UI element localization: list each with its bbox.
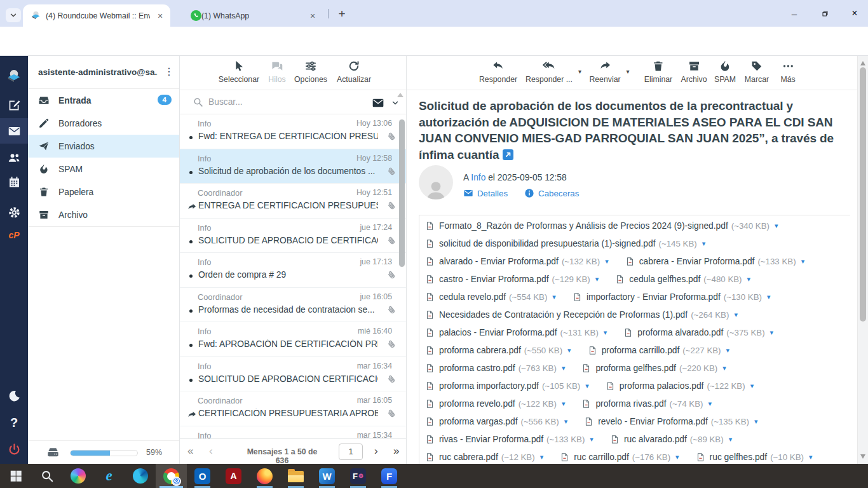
attachment-menu-caret-icon[interactable]: ▾: [729, 435, 733, 444]
spam-button[interactable]: SPAM: [714, 60, 736, 84]
taskbar-f-blue-button[interactable]: F: [374, 464, 405, 488]
next-page-button[interactable]: ›: [374, 445, 378, 457]
attachment-menu-caret-icon[interactable]: ▾: [722, 364, 726, 372]
list-scroll-up-icon[interactable]: [397, 93, 403, 97]
attachment-item[interactable]: proforma cabrera.pdf (~550 KB) ▾: [425, 344, 571, 356]
recipient-link[interactable]: Info: [471, 173, 485, 182]
attachment-menu-caret-icon[interactable]: ▾: [540, 453, 544, 461]
attachment-item[interactable]: revelo - Enviar Proforma.pdf (~135 KB) ▾: [584, 416, 757, 428]
taskbar-chrome-button[interactable]: [156, 464, 187, 488]
dropdown-caret-icon[interactable]: ▾: [578, 68, 581, 75]
attachment-item[interactable]: cabrera - Enviar Proforma.pdf (~133 KB) …: [625, 255, 805, 268]
attachment-item[interactable]: Formato_8_Razón de Proformas y Análisis …: [425, 220, 778, 232]
mail-icon[interactable]: [0, 118, 28, 144]
reader-scrollbar[interactable]: [857, 56, 868, 464]
attachment-item[interactable]: Necesidades de Contratación y Recepción …: [425, 309, 738, 321]
attachment-item[interactable]: imporfactory - Enviar Proforma.pdf (~130…: [573, 291, 771, 303]
taskbar-f-dark-button[interactable]: F⚙: [342, 464, 374, 488]
sidebar-item-entrada[interactable]: Entrada 4: [28, 89, 179, 112]
responder-button[interactable]: Responder ... ▾: [526, 60, 573, 84]
reenviar-button[interactable]: Reenviar ▾: [589, 60, 620, 84]
attachment-menu-caret-icon[interactable]: ▾: [801, 257, 805, 266]
attachment-menu-caret-icon[interactable]: ▾: [770, 329, 774, 337]
scroll-thumb[interactable]: [860, 67, 866, 322]
attachment-item[interactable]: proforma carrillo.pdf (~227 KB) ▾: [588, 344, 729, 356]
close-tab-icon[interactable]: ×: [155, 11, 165, 21]
attachment-item[interactable]: ruc carrillo.pdf (~176 KB) ▾: [560, 451, 679, 463]
sidebar-item-archivo[interactable]: Archivo: [28, 203, 179, 226]
dark-mode-icon[interactable]: [0, 383, 28, 409]
search-bar[interactable]: [180, 90, 406, 114]
new-tab-button[interactable]: +: [334, 6, 349, 22]
sidebar-item-spam[interactable]: SPAM: [28, 158, 179, 180]
attachment-menu-caret-icon[interactable]: ▾: [567, 346, 571, 355]
compose-icon[interactable]: [0, 92, 28, 118]
search-scope-icon[interactable]: [372, 97, 384, 109]
taskbar-start-button[interactable]: [0, 464, 31, 488]
attachment-item[interactable]: proforma imporfactory.pdf (~105 KB) ▾: [425, 380, 589, 392]
attachment-item[interactable]: ruc cabrera.pdf (~12 KB) ▾: [425, 451, 543, 463]
minimize-button[interactable]: –: [785, 5, 804, 22]
attachment-menu-caret-icon[interactable]: ▾: [767, 293, 771, 301]
contacts-icon[interactable]: [0, 145, 28, 170]
headers-link[interactable]: Cabeceras: [538, 189, 579, 198]
attachment-menu-caret-icon[interactable]: ▾: [809, 453, 813, 461]
sidebar-item-enviados[interactable]: Enviados: [28, 135, 179, 158]
taskbar-word-button[interactable]: W: [311, 464, 342, 488]
attachment-item[interactable]: ruc alvarado.pdf (~89 KB) ▾: [610, 433, 732, 445]
settings-gear-icon[interactable]: [0, 200, 28, 225]
restore-button[interactable]: [815, 5, 834, 22]
sidebar-item-papelera[interactable]: Papelera: [28, 180, 179, 203]
attachment-item[interactable]: proforma alvarado.pdf (~375 KB) ▾: [623, 327, 773, 339]
attachment-menu-caret-icon[interactable]: ▾: [726, 346, 730, 355]
close-window-button[interactable]: ×: [845, 5, 864, 22]
prev-page-button[interactable]: ‹: [209, 445, 213, 457]
last-page-button[interactable]: »: [393, 445, 399, 457]
logout-icon[interactable]: [0, 437, 28, 462]
archivo-button[interactable]: Archivo: [681, 60, 707, 84]
message-row[interactable]: Coordinador Hoy 12:51 ENTREGA DE CERTIFI…: [180, 184, 406, 219]
opciones-button[interactable]: Opciones: [294, 60, 327, 84]
taskbar-edge-button[interactable]: [125, 464, 156, 488]
attachment-menu-caret-icon[interactable]: ▾: [734, 311, 738, 319]
attachment-item[interactable]: rivas - Enviar Proforma.pdf (~133 KB) ▾: [425, 433, 593, 445]
open-in-new-window-icon[interactable]: [503, 149, 513, 160]
attachment-menu-caret-icon[interactable]: ▾: [747, 275, 751, 283]
taskbar-explorer-button[interactable]: [280, 464, 311, 488]
attachment-menu-caret-icon[interactable]: ▾: [595, 275, 599, 283]
attachment-item[interactable]: proforma rivas.pdf (~74 KB) ▾: [581, 398, 712, 410]
responder-button[interactable]: Responder: [479, 60, 517, 84]
help-icon[interactable]: ?: [0, 410, 28, 435]
marcar-button[interactable]: Marcar: [745, 60, 769, 84]
attachment-item[interactable]: cedula gelfhes.pdf (~480 KB) ▾: [615, 273, 750, 285]
calendar-icon[interactable]: [0, 169, 28, 194]
attachment-menu-caret-icon[interactable]: ▾: [754, 417, 758, 426]
message-row[interactable]: Info jue 17:24 SOLICITUD DE APROBACIO DE…: [180, 219, 406, 254]
attachment-item[interactable]: proforma vargas.pdf (~556 KB) ▾: [425, 416, 567, 428]
search-input[interactable]: [208, 97, 355, 107]
list-scrollbar[interactable]: [399, 119, 405, 267]
first-page-button[interactable]: «: [187, 445, 193, 457]
taskbar-firefox-button[interactable]: [249, 464, 280, 488]
taskbar-search-button[interactable]: [31, 464, 62, 488]
attachment-menu-caret-icon[interactable]: ▾: [604, 329, 607, 337]
attachment-item[interactable]: castro - Enviar Proforma.pdf (~129 KB) ▾: [425, 273, 599, 285]
tab-search-button[interactable]: [6, 8, 21, 22]
attachment-menu-caret-icon[interactable]: ▾: [585, 382, 589, 390]
attachment-menu-caret-icon[interactable]: ▾: [605, 257, 609, 266]
attachment-menu-caret-icon[interactable]: ▾: [552, 293, 556, 301]
taskbar-acrobat-button[interactable]: A: [218, 464, 249, 488]
attachment-item[interactable]: cedula revelo.pdf (~554 KB) ▾: [425, 291, 556, 303]
attachment-item[interactable]: palacios - Enviar Proforma.pdf (~131 KB)…: [425, 327, 607, 339]
attachment-menu-caret-icon[interactable]: ▾: [564, 417, 568, 426]
attachment-item[interactable]: proforma palacios.pdf (~122 KB) ▾: [606, 380, 754, 392]
scroll-up-icon[interactable]: [860, 61, 865, 65]
tab-roundcube[interactable]: (4) Roundcube Webmail :: Envia ×: [23, 4, 170, 27]
attachment-menu-caret-icon[interactable]: ▾: [590, 435, 593, 444]
message-row[interactable]: Coordinador jue 16:05 Proformas de neces…: [180, 288, 406, 323]
attachment-item[interactable]: proforma gelfhes.pdf (~220 KB) ▾: [581, 362, 726, 374]
message-row[interactable]: Info Hoy 13:06 Fwd: ENTREGA DE CERTIFICA…: [180, 114, 406, 149]
message-row[interactable]: Info mié 16:40 Fwd: APROBACIÓN DE CERTIF…: [180, 322, 406, 357]
message-row[interactable]: Info mar 16:34 SOLICITUD DE APROBACION C…: [180, 357, 406, 392]
attachment-menu-caret-icon[interactable]: ▾: [562, 400, 566, 408]
